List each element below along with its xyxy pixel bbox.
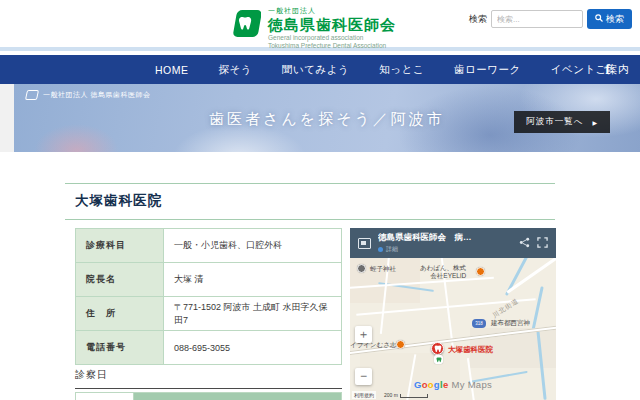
map-canvas[interactable]: 蛭子神社 あわばん、株式 会社EYELiD 川北街道 318 建布都西宮神 イブ… xyxy=(350,258,556,400)
map-subtitle: 詳細 xyxy=(378,245,512,254)
page-left-margin xyxy=(0,84,14,152)
google-my-maps-watermark[interactable]: Google My Maps xyxy=(350,379,556,390)
schedule-corner-cell xyxy=(76,393,134,400)
map-header: 徳島県歯科医師会 病… 詳細 xyxy=(350,228,556,258)
org-type: 一般社団法人 xyxy=(268,6,396,16)
org-english-line1: General incorporated association xyxy=(268,34,396,42)
table-row: 電話番号 088-695-3055 xyxy=(76,331,342,365)
clinic-sub-marker-icon xyxy=(434,355,443,364)
nav-item-shittoko[interactable]: 知っとこ xyxy=(379,63,424,77)
row-label: 診療科目 xyxy=(76,229,164,263)
facebook-icon[interactable]: f xyxy=(605,55,610,84)
map-title[interactable]: 徳島県歯科医師会 病… xyxy=(378,232,512,244)
row-value: 088-695-3055 xyxy=(164,331,342,365)
company-label: あわばん、株式 会社EYELiD xyxy=(420,264,466,280)
shrine-label: 蛭子神社 xyxy=(370,265,396,273)
map-subtitle-icon xyxy=(378,247,383,252)
row-value: 大塚 清 xyxy=(164,263,342,297)
drive-in-marker-icon[interactable] xyxy=(396,340,405,349)
table-row: 住 所 〒771-1502 阿波市 土成町 水田字久保田7 xyxy=(76,297,342,331)
row-value: 〒771-1502 阿波市 土成町 水田字久保田7 xyxy=(164,297,342,331)
main-nav: HOME 探そう 聞いてみよう 知っとこ 歯ローワーク イベントご案内 xyxy=(0,55,640,84)
hero-brand-label: 一般社団法人 徳島県歯科医師会 xyxy=(43,90,150,100)
nav-item-event[interactable]: イベントご案内 xyxy=(551,63,629,77)
view-larger-map-icon[interactable] xyxy=(358,238,371,249)
org-name: 徳島県歯科医師会 xyxy=(268,16,396,34)
row-label: 住 所 xyxy=(76,297,164,331)
embedded-map: 徳島県歯科医師会 病… 詳細 xyxy=(350,228,556,400)
page-title: 大塚歯科医院 xyxy=(75,192,545,210)
share-icon[interactable] xyxy=(519,234,530,252)
clinic-marker-icon[interactable] xyxy=(431,342,444,355)
nav-item-harowork[interactable]: 歯ローワーク xyxy=(454,63,521,77)
header-search: 検索 検索 xyxy=(469,9,632,29)
company-label-line2: 会社EYELiD xyxy=(430,272,466,279)
row-label: 電話番号 xyxy=(76,331,164,365)
awa-list-button[interactable]: 阿波市一覧へ ▶ xyxy=(514,111,610,133)
map-scale: 200 m xyxy=(384,392,428,398)
search-input[interactable] xyxy=(491,10,583,28)
fullscreen-icon[interactable] xyxy=(537,234,548,252)
schedule-table-header-sliver xyxy=(75,392,342,400)
org-english-line2: Tokushima Prefecture Dental Association xyxy=(268,42,396,50)
shrine-marker-icon[interactable] xyxy=(357,264,366,273)
row-value: 一般・小児歯科、口腔外科 xyxy=(164,229,342,263)
arrow-right-icon: ▶ xyxy=(592,119,598,126)
tooth-logo-icon xyxy=(231,6,261,46)
tooth-logo-mini-icon xyxy=(25,90,39,100)
logo-text: 一般社団法人 徳島県歯科医師会 General incorporated ass… xyxy=(268,6,396,51)
hero-brand: 一般社団法人 徳島県歯科医師会 xyxy=(26,90,150,100)
route-badge: 318 xyxy=(472,319,486,328)
map-scale-bar xyxy=(400,394,428,398)
my-maps-label: My Maps xyxy=(449,379,493,390)
site-logo[interactable]: 一般社団法人 徳島県歯科医師会 General incorporated ass… xyxy=(231,6,396,51)
nav-item-home[interactable]: HOME xyxy=(155,64,189,76)
search-button[interactable]: 検索 xyxy=(587,9,632,29)
search-label: 検索 xyxy=(469,13,487,26)
search-icon xyxy=(595,14,603,24)
company-label-line1: あわばん、株式 xyxy=(420,264,466,271)
table-row: 院長名 大塚 清 xyxy=(76,263,342,297)
awa-list-button-label: 阿波市一覧へ xyxy=(526,116,583,128)
hero-banner: 一般社団法人 徳島県歯科医師会 歯医者さんを探そう／阿波市 阿波市一覧へ ▶ xyxy=(14,84,640,152)
map-subtitle-label: 詳細 xyxy=(386,245,398,254)
clinic-info-table: 診療科目 一般・小児歯科、口腔外科 院長名 大塚 清 住 所 〒771-1502… xyxy=(75,228,342,365)
row-label: 院長名 xyxy=(76,263,164,297)
clinic-marker-label: 大塚歯科医院 xyxy=(448,345,493,355)
schedule-header-cells xyxy=(134,393,341,400)
company-marker-icon[interactable] xyxy=(476,267,485,276)
clinic-title-band: 大塚歯科医院 xyxy=(65,183,555,220)
map-scale-label: 200 m xyxy=(384,392,398,398)
nav-item-sagasou[interactable]: 探そう xyxy=(219,63,253,77)
site-header: 一般社団法人 徳島県歯科医師会 General incorporated ass… xyxy=(0,0,640,51)
schedule-heading: 診察日 xyxy=(75,368,342,389)
place-label: 建布都西宮神 xyxy=(491,319,530,327)
google-letter: G xyxy=(414,379,422,390)
river-line xyxy=(531,286,543,332)
zoom-in-button[interactable]: ＋ xyxy=(355,326,372,343)
map-titlebox: 徳島県歯科医師会 病… 詳細 xyxy=(378,232,512,254)
nav-item-kiitemiyou[interactable]: 聞いてみよう xyxy=(282,63,349,77)
terms-link[interactable]: 利用規約 xyxy=(352,391,376,399)
table-row: 診療科目 一般・小児歯科、口腔外科 xyxy=(76,229,342,263)
search-button-label: 検索 xyxy=(606,13,624,26)
